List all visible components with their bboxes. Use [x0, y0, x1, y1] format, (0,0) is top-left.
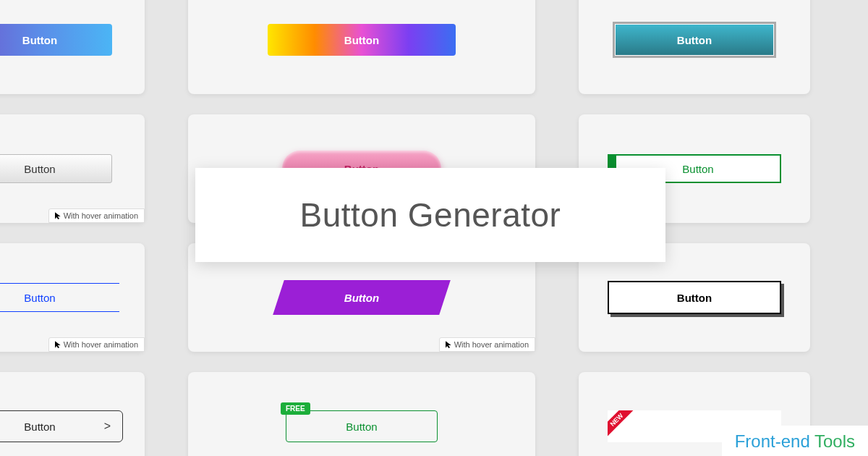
hover-label: With hover animation [64, 211, 138, 220]
card-teal-framed: Button [579, 0, 810, 94]
button-purple-skew[interactable]: Button [273, 280, 451, 315]
free-badge: FREE [281, 402, 310, 415]
card-green-badge: Button FREE [188, 372, 535, 456]
hover-animation-tag: With hover animation [48, 337, 145, 352]
button-outline-chevron[interactable]: Button > [0, 410, 123, 442]
brand-frontend: Front-end [735, 431, 814, 451]
card-classic-gray: Button With hover animation [0, 114, 145, 223]
hover-animation-tag: With hover animation [48, 208, 145, 223]
card-gradient-rainbow: Button [188, 0, 535, 94]
page-title: Button Generator [300, 195, 561, 235]
button-blue-lines[interactable]: Button [0, 283, 119, 312]
button-label: Button [344, 292, 379, 304]
button-gradient-rainbow[interactable]: Button [268, 24, 456, 56]
button-teal-framed[interactable]: Button [615, 24, 774, 56]
card-outline-chevron: Button > [0, 372, 145, 456]
button-green-badge[interactable]: Button FREE [286, 410, 438, 442]
hover-label: With hover animation [64, 340, 138, 349]
button-black-shadow[interactable]: Button [608, 281, 781, 314]
button-label: Button [24, 421, 55, 433]
card-gradient-blue: Button [0, 0, 145, 94]
button-gradient-blue[interactable]: Button [0, 24, 112, 56]
title-overlay: Button Generator [195, 168, 665, 262]
button-label: Button [346, 421, 377, 433]
hover-animation-tag: With hover animation [439, 337, 535, 352]
brand-label: Front-end Tools [722, 426, 868, 456]
chevron-right-icon: > [104, 420, 111, 433]
brand-tools: Tools [814, 431, 855, 451]
hover-label: With hover animation [454, 340, 529, 349]
new-ribbon: NEW [608, 410, 639, 442]
button-classic-gray[interactable]: Button [0, 154, 112, 183]
card-blue-lines: Button With hover animation [0, 243, 145, 352]
